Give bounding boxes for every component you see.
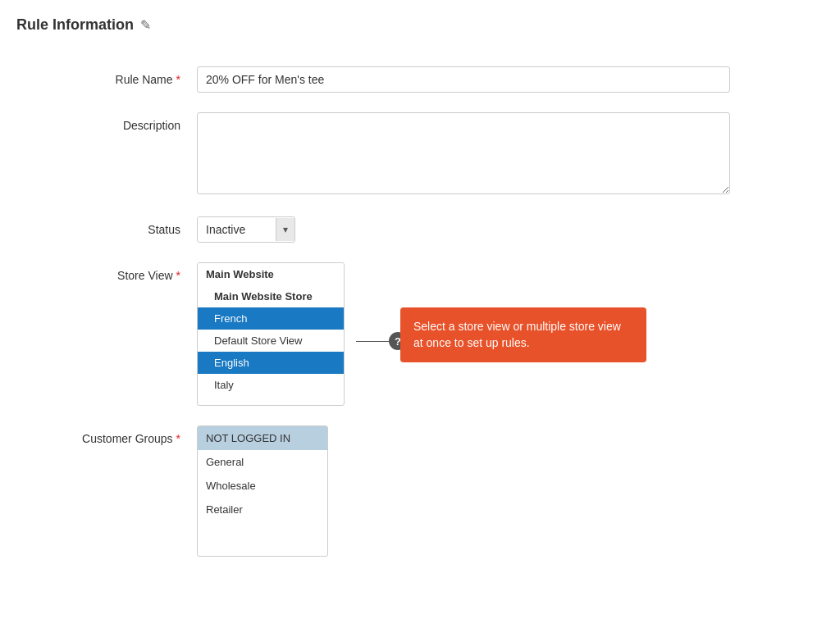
store-view-item[interactable]: Italy: [198, 374, 344, 396]
description-row: Description: [16, 112, 824, 197]
description-input[interactable]: [197, 112, 730, 194]
page-title: Rule Information: [16, 16, 134, 34]
store-view-row: Store View* Main WebsiteMain Website Sto…: [16, 262, 824, 406]
store-view-label: Store View*: [16, 262, 197, 282]
status-dropdown-arrow[interactable]: [276, 218, 294, 241]
customer-groups-label: Customer Groups*: [16, 425, 197, 445]
customer-groups-field: NOT LOGGED INGeneralWholesaleRetailer: [197, 425, 730, 557]
status-value: Inactive: [198, 217, 276, 242]
connector-line: [356, 341, 389, 342]
description-label: Description: [16, 112, 197, 132]
customer-groups-select[interactable]: NOT LOGGED INGeneralWholesaleRetailer: [197, 425, 328, 557]
status-field: Inactive: [197, 216, 730, 243]
store-view-item[interactable]: English: [198, 352, 344, 374]
store-view-select[interactable]: Main WebsiteMain Website StoreFrenchDefa…: [197, 262, 345, 406]
store-view-list: Main WebsiteMain Website StoreFrenchDefa…: [198, 263, 344, 405]
store-view-field: Main WebsiteMain Website StoreFrenchDefa…: [197, 262, 730, 406]
form-container: Rule Name* Description Status Inactive S…: [16, 66, 824, 557]
store-view-item[interactable]: Main Website Store: [198, 285, 344, 307]
edit-icon[interactable]: ✎: [140, 17, 151, 33]
status-row: Status Inactive: [16, 216, 824, 243]
customer-group-item[interactable]: Retailer: [198, 498, 327, 521]
status-dropdown[interactable]: Inactive: [197, 216, 295, 243]
customer-group-item[interactable]: NOT LOGGED IN: [198, 426, 327, 450]
rule-name-row: Rule Name*: [16, 66, 824, 93]
rule-name-label: Rule Name*: [16, 66, 197, 86]
customer-groups-list: NOT LOGGED INGeneralWholesaleRetailer: [198, 426, 327, 556]
page-header: Rule Information ✎: [16, 16, 824, 34]
store-view-help-area: ? Select a store view or multiple store …: [356, 262, 646, 362]
tooltip-box: Select a store view or multiple store vi…: [400, 307, 646, 362]
store-view-item[interactable]: Default Store View: [198, 330, 344, 352]
customer-groups-row: Customer Groups* NOT LOGGED INGeneralWho…: [16, 425, 824, 557]
customer-group-item[interactable]: General: [198, 450, 327, 474]
rule-name-field: [197, 66, 730, 93]
description-field: [197, 112, 730, 197]
customer-group-item[interactable]: Wholesale: [198, 474, 327, 498]
store-view-item[interactable]: Main Website: [198, 263, 344, 285]
store-view-item[interactable]: French: [198, 307, 344, 330]
status-label: Status: [16, 216, 197, 236]
rule-name-input[interactable]: [197, 66, 730, 93]
